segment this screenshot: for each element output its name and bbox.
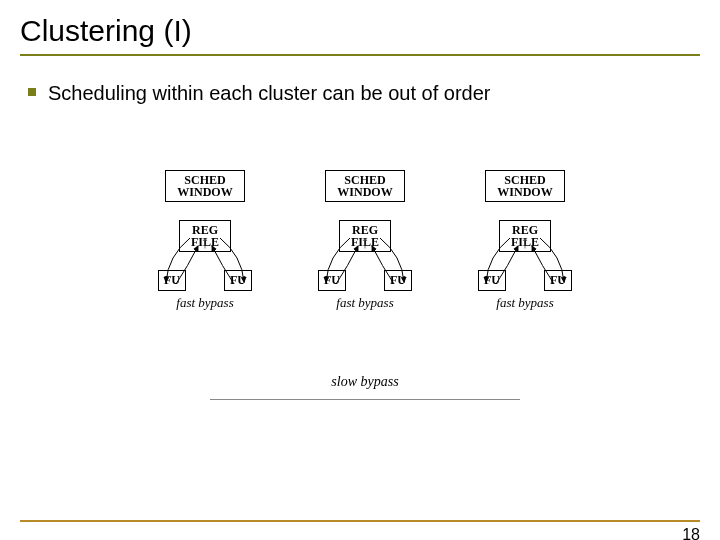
- fast-bypass-label: fast bypass: [460, 295, 590, 311]
- slow-bypass-line: [210, 399, 520, 400]
- slide-title: Clustering (I): [20, 14, 700, 48]
- up-arrow-icon: ↑: [300, 232, 430, 253]
- fu-row: FU FU: [460, 270, 590, 291]
- fu-box: FU: [384, 270, 412, 291]
- sched-label-2: WINDOW: [337, 185, 392, 199]
- bullet-item: Scheduling within each cluster can be ou…: [28, 80, 700, 107]
- architecture-diagram: SCHED WINDOW REG FILE FU FU: [130, 170, 600, 420]
- bullet-text: Scheduling within each cluster can be ou…: [48, 80, 491, 107]
- sched-window-box: SCHED WINDOW: [165, 170, 245, 202]
- cluster-3: SCHED WINDOW REG FILE FU FU fast bypass …: [460, 170, 590, 311]
- sched-window-box: SCHED WINDOW: [485, 170, 565, 202]
- fu-box: FU: [158, 270, 186, 291]
- fast-bypass-label: fast bypass: [300, 295, 430, 311]
- fu-box: FU: [318, 270, 346, 291]
- footer-rule: [20, 520, 700, 522]
- slow-bypass-label: slow bypass: [130, 374, 600, 390]
- fu-box: FU: [544, 270, 572, 291]
- title-underline: [20, 54, 700, 56]
- slide-body: Scheduling within each cluster can be ou…: [20, 80, 700, 107]
- fu-box: FU: [478, 270, 506, 291]
- bullet-icon: [28, 88, 36, 96]
- page-number: 18: [682, 526, 700, 540]
- fast-bypass-label: fast bypass: [140, 295, 270, 311]
- fu-row: FU FU: [300, 270, 430, 291]
- cluster-2: SCHED WINDOW REG FILE FU FU fast bypass …: [300, 170, 430, 311]
- up-arrow-icon: ↑: [460, 232, 590, 253]
- fu-row: FU FU: [140, 270, 270, 291]
- slide: Clustering (I) Scheduling within each cl…: [0, 0, 720, 540]
- sched-window-box: SCHED WINDOW: [325, 170, 405, 202]
- fu-box: FU: [224, 270, 252, 291]
- sched-label-2: WINDOW: [177, 185, 232, 199]
- sched-label-2: WINDOW: [497, 185, 552, 199]
- cluster-1: SCHED WINDOW REG FILE FU FU: [140, 170, 270, 311]
- up-arrow-icon: ↑: [140, 232, 270, 253]
- slide-footer: 18: [20, 520, 700, 522]
